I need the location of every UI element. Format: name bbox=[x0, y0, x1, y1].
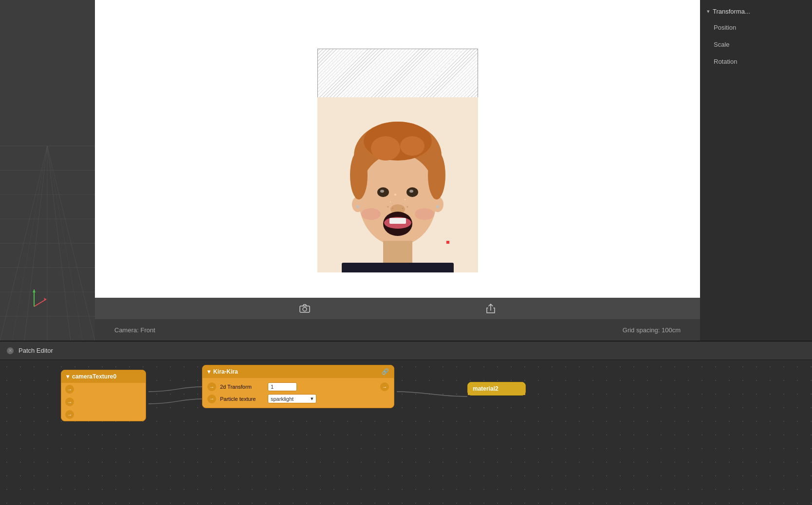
patch-canvas[interactable]: ▾ cameraTexture0 → → → ▾ Kira-Kira 🔗 bbox=[0, 360, 812, 505]
svg-point-47 bbox=[371, 136, 400, 161]
viewport-toolbar bbox=[95, 298, 700, 319]
node-kirakira-collapse-icon: ▾ bbox=[207, 368, 210, 375]
kira-sparklight-value: sparklight bbox=[271, 396, 294, 402]
patch-editor-close-button[interactable]: ✕ bbox=[7, 347, 14, 354]
node-kirakira[interactable]: ▾ Kira-Kira 🔗 → 2d Transform → → Particl… bbox=[202, 365, 394, 408]
svg-line-16 bbox=[34, 299, 46, 307]
transform-header-label: Transforma... bbox=[713, 8, 750, 15]
svg-point-42 bbox=[402, 208, 403, 209]
node-kirakira-header: ▾ Kira-Kira 🔗 bbox=[203, 365, 394, 378]
node-kirakira-body: → 2d Transform → → Particle texture spar… bbox=[203, 378, 394, 408]
svg-point-35 bbox=[436, 205, 439, 208]
hatched-overlay bbox=[317, 49, 478, 105]
svg-point-40 bbox=[387, 206, 388, 208]
camera-capture-icon[interactable] bbox=[297, 301, 313, 316]
patch-editor: ✕ Patch Editor ▾ cameraTexture0 → → bbox=[0, 341, 812, 505]
grid-spacing-label: Grid spacing: 100cm bbox=[623, 326, 681, 334]
transform-position[interactable]: Position bbox=[700, 19, 812, 36]
kira-row-transform: → 2d Transform → bbox=[207, 381, 389, 393]
svg-point-45 bbox=[428, 151, 445, 199]
kira-row-particle: → Particle texture sparklight ▾ bbox=[207, 393, 389, 405]
svg-point-48 bbox=[400, 136, 424, 156]
transform-chevron-icon: ▾ bbox=[707, 8, 710, 15]
svg-point-51 bbox=[389, 201, 391, 203]
node-camera-port2: → bbox=[61, 396, 146, 408]
svg-marker-19 bbox=[33, 289, 36, 292]
svg-point-27 bbox=[409, 190, 413, 193]
axis-indicator bbox=[19, 282, 49, 311]
svg-point-34 bbox=[356, 205, 359, 208]
kira-2d-transform-label: 2d Transform bbox=[220, 384, 264, 390]
port-arrow-2[interactable]: → bbox=[65, 397, 74, 406]
svg-point-49 bbox=[394, 194, 396, 196]
kira-particle-label: Particle texture bbox=[220, 396, 264, 402]
camera-label: Camera: Front bbox=[114, 326, 155, 334]
indicator-dot bbox=[446, 241, 449, 244]
patch-editor-header: ✕ Patch Editor bbox=[0, 342, 812, 360]
port-arrow-3[interactable]: → bbox=[65, 410, 74, 419]
node-camera-port3: → bbox=[61, 408, 146, 421]
node-material-label: material2 bbox=[473, 385, 498, 392]
viewport-content bbox=[95, 0, 700, 298]
patch-editor-title: Patch Editor bbox=[18, 347, 53, 354]
viewport-footer: Camera: Front Grid spacing: 100cm bbox=[95, 319, 700, 341]
right-panel: ▾ Transforma... Position Scale Rotation bbox=[700, 0, 812, 341]
port-2d-transform-out[interactable]: → bbox=[380, 382, 389, 391]
port-2d-transform[interactable]: → bbox=[207, 382, 216, 391]
svg-rect-37 bbox=[342, 263, 454, 272]
transform-header: ▾ Transforma... bbox=[700, 4, 812, 19]
node-kirakira-label: Kira-Kira bbox=[213, 368, 238, 375]
main-area: Camera: Front Grid spacing: 100cm ▾ Tran… bbox=[0, 0, 812, 341]
node-collapse-icon: ▾ bbox=[66, 373, 69, 380]
port-arrow-1[interactable]: → bbox=[65, 385, 74, 394]
svg-point-39 bbox=[415, 208, 434, 220]
svg-point-50 bbox=[404, 199, 406, 200]
node-camera-header: ▾ cameraTexture0 bbox=[61, 370, 146, 383]
svg-point-53 bbox=[303, 307, 307, 311]
node-material-header: material2 bbox=[468, 382, 525, 395]
node-material2[interactable]: material2 bbox=[467, 382, 526, 396]
svg-point-41 bbox=[392, 208, 393, 209]
node-camera-texture[interactable]: ▾ cameraTexture0 → → → bbox=[61, 370, 146, 421]
share-icon[interactable] bbox=[483, 301, 498, 316]
viewport: Camera: Front Grid spacing: 100cm bbox=[95, 0, 700, 341]
svg-point-44 bbox=[350, 151, 368, 199]
svg-rect-31 bbox=[389, 218, 406, 224]
kira-sparklight-select[interactable]: sparklight ▾ bbox=[268, 394, 316, 403]
transform-scale[interactable]: Scale bbox=[700, 36, 812, 53]
svg-point-43 bbox=[406, 206, 408, 208]
svg-point-38 bbox=[361, 208, 381, 220]
node-camera-label: cameraTexture0 bbox=[72, 373, 116, 380]
port-particle-texture[interactable]: → bbox=[207, 395, 216, 403]
link-icon: 🔗 bbox=[382, 368, 389, 375]
node-camera-port1: → bbox=[61, 383, 146, 396]
transform-rotation[interactable]: Rotation bbox=[700, 53, 812, 70]
kira-2d-transform-input[interactable] bbox=[268, 382, 297, 391]
close-icon: ✕ bbox=[8, 348, 12, 353]
left-sidebar bbox=[0, 0, 95, 341]
face-image bbox=[317, 97, 478, 272]
svg-point-26 bbox=[380, 190, 384, 193]
kira-select-chevron: ▾ bbox=[311, 396, 314, 402]
